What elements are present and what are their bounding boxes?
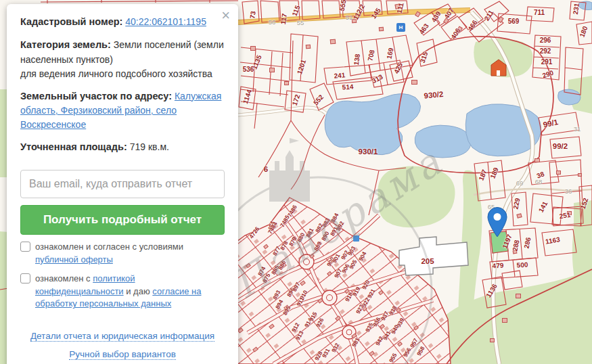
map-building — [502, 318, 507, 323]
map-building — [490, 338, 495, 342]
map-building — [352, 19, 357, 24]
get-report-button[interactable]: Получить подробный отчет — [20, 205, 225, 235]
address-row: Земельный участок по адресу: Калужская о… — [20, 89, 225, 133]
map-building — [567, 211, 572, 215]
bus-stop-icon: Н — [396, 23, 405, 32]
manual-select-link[interactable]: Ручной выбор вариантов — [69, 349, 176, 360]
map-building — [330, 39, 336, 45]
water-icon — [353, 235, 359, 242]
map-building — [284, 81, 289, 85]
category-label: Категория земель: — [20, 39, 111, 50]
cadastral-number-link[interactable]: 40:22:062101:1195 — [125, 16, 206, 27]
map-building — [306, 45, 311, 49]
map-building — [269, 68, 275, 72]
area-label: Уточненная площадь: — [20, 141, 127, 152]
map-viewport[interactable]: 73117115555112/2145111565551463439407406… — [0, 0, 592, 364]
map-building — [513, 250, 518, 254]
category-extra: для ведения личного подсобного хозяйства — [20, 68, 212, 79]
map-building — [578, 173, 582, 177]
report-details-link[interactable]: Детали отчета и юридическая информация — [30, 331, 214, 342]
offer-checkbox-text: ознакомлен и согласен с условиями публич… — [35, 241, 225, 267]
privacy-checkbox-row: ознакомлен с политикой конфиденциальност… — [20, 273, 225, 311]
map-building — [250, 46, 256, 51]
address-label: Земельный участок по адресу: — [20, 91, 172, 101]
map-building — [516, 294, 521, 298]
map-building — [394, 3, 401, 9]
email-input[interactable] — [20, 170, 225, 198]
popup-footer-links: Детали отчета и юридическая информация Р… — [20, 327, 225, 363]
category-row: Категория земель: Земли поселений (земли… — [20, 38, 225, 81]
offer-checkbox[interactable] — [20, 242, 30, 252]
privacy-checkbox-text: ознакомлен с политикой конфиденциальност… — [35, 273, 225, 311]
map-building — [556, 170, 561, 175]
close-icon[interactable]: × — [221, 8, 230, 23]
map-building — [534, 158, 540, 162]
map-building — [411, 80, 417, 85]
area-row: Уточненная площадь: 719 кв.м. — [20, 140, 225, 155]
cadastral-number-row: Кадастровый номер: 40:22:062101:1195 — [20, 15, 225, 30]
offer-checkbox-row: ознакомлен и согласен с условиями публич… — [20, 241, 225, 267]
privacy-checkbox[interactable] — [20, 273, 30, 283]
info-popup: × Кадастровый номер: 40:22:062101:1195 К… — [7, 4, 238, 364]
map-building — [379, 27, 384, 32]
offer-link[interactable]: публичной оферты — [35, 254, 113, 265]
cadastral-number-label: Кадастровый номер: — [20, 16, 122, 27]
location-pin-icon[interactable] — [486, 207, 509, 238]
area-value: 719 кв.м. — [130, 141, 169, 152]
